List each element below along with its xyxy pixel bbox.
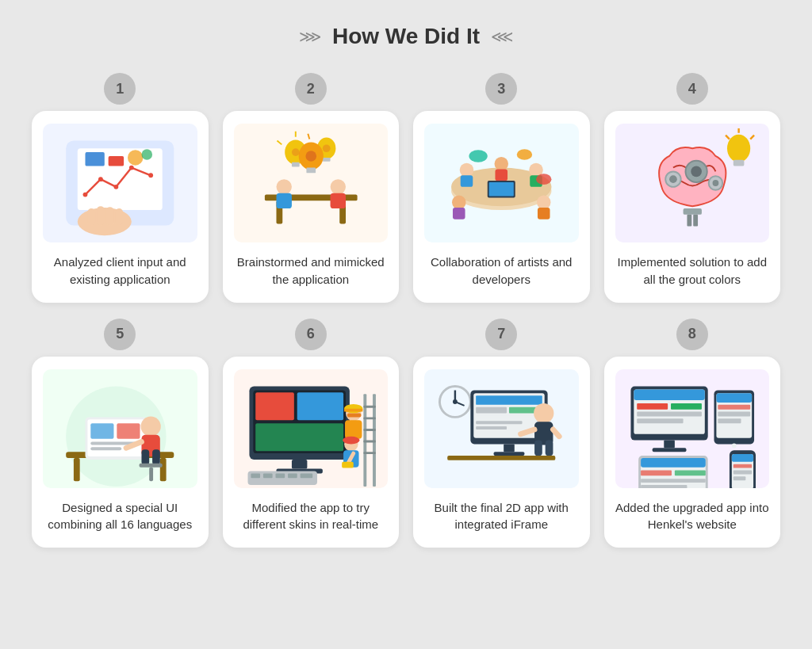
step-number-2: 2 [295, 73, 327, 105]
svg-rect-63 [733, 160, 744, 166]
svg-rect-150 [641, 470, 672, 475]
svg-rect-26 [330, 193, 345, 208]
step-label-7: Built the final 2D app with integrated i… [424, 499, 579, 534]
svg-rect-73 [160, 457, 167, 480]
svg-rect-11 [85, 152, 104, 166]
svg-point-54 [517, 149, 532, 160]
page: ⋙ How We Did It ⋘ 1 Analyzed client inpu… [0, 0, 812, 579]
svg-rect-68 [687, 215, 691, 227]
svg-rect-126 [476, 415, 542, 418]
svg-rect-164 [731, 454, 753, 462]
svg-point-103 [344, 403, 362, 413]
svg-point-55 [536, 174, 551, 185]
step-number-4: 4 [676, 73, 708, 105]
svg-rect-83 [152, 449, 160, 464]
svg-point-62 [727, 135, 750, 162]
svg-rect-167 [733, 476, 745, 480]
svg-point-131 [534, 403, 553, 422]
step-number-6: 6 [295, 319, 327, 350]
svg-rect-166 [733, 470, 751, 474]
svg-point-14 [141, 149, 152, 160]
step-wrapper-4: 4 Implemented solution to add all the gr… [604, 73, 781, 303]
step-illustration-7 [424, 369, 579, 488]
svg-rect-107 [363, 405, 376, 407]
svg-point-38 [305, 151, 316, 162]
svg-rect-141 [637, 403, 668, 409]
svg-rect-145 [664, 440, 675, 448]
svg-rect-48 [453, 208, 465, 220]
svg-point-47 [452, 196, 466, 210]
step-wrapper-7: 7 Built the final 2D app with integrated… [413, 319, 590, 548]
svg-rect-101 [345, 420, 362, 438]
svg-rect-157 [716, 393, 752, 403]
svg-rect-79 [90, 447, 121, 450]
svg-rect-111 [363, 452, 376, 454]
svg-rect-159 [718, 411, 750, 416]
step-illustration-1 [43, 124, 197, 242]
step-number-3: 3 [485, 73, 517, 105]
svg-rect-12 [109, 156, 124, 166]
step-wrapper-5: 5 Designed a special UI combining all 16… [32, 319, 209, 548]
svg-rect-130 [494, 452, 525, 456]
step-wrapper-3: 3 Collaboration of artists and developer… [413, 73, 590, 303]
svg-rect-16 [87, 208, 95, 225]
svg-rect-86 [149, 467, 153, 481]
svg-point-9 [129, 166, 134, 170]
svg-rect-165 [733, 464, 751, 468]
svg-rect-109 [363, 429, 376, 431]
svg-rect-89 [291, 459, 306, 468]
svg-rect-104 [344, 408, 362, 411]
svg-rect-99 [300, 473, 312, 478]
step-wrapper-2: 2 Brainstormed and mimicked the applicat… [223, 73, 400, 303]
svg-rect-32 [306, 168, 316, 174]
svg-rect-91 [255, 392, 294, 420]
svg-point-7 [98, 177, 103, 181]
svg-line-65 [750, 136, 754, 139]
svg-rect-133 [534, 440, 542, 455]
svg-rect-128 [476, 426, 507, 429]
step-number-8: 8 [676, 319, 708, 350]
svg-rect-72 [74, 457, 80, 480]
svg-point-114 [343, 436, 359, 444]
step-card-7: Built the final 2D app with integrated i… [413, 357, 590, 548]
svg-rect-97 [275, 473, 285, 478]
deco-right-icon: ⋘ [491, 27, 513, 46]
svg-rect-82 [141, 449, 149, 464]
svg-rect-52 [489, 182, 514, 197]
svg-rect-108 [363, 417, 376, 419]
svg-rect-158 [718, 404, 750, 409]
svg-rect-146 [652, 448, 686, 452]
svg-point-80 [141, 416, 161, 436]
svg-rect-17 [97, 206, 105, 225]
svg-rect-77 [117, 423, 140, 438]
steps-grid: 1 Analyzed client input and existing app… [32, 73, 780, 548]
svg-point-161 [731, 443, 736, 448]
svg-rect-92 [297, 392, 343, 420]
svg-point-6 [83, 193, 88, 197]
svg-point-53 [469, 150, 487, 162]
svg-point-23 [276, 179, 291, 194]
svg-rect-143 [637, 411, 702, 416]
step-wrapper-8: 8 Added the upgraded ap [604, 319, 781, 548]
svg-point-25 [330, 179, 345, 194]
svg-rect-110 [363, 440, 376, 442]
svg-rect-30 [322, 158, 330, 162]
step-label-5: Designed a special UI combining all 16 l… [43, 499, 197, 534]
svg-point-43 [494, 157, 508, 171]
svg-point-41 [460, 163, 474, 178]
svg-point-36 [291, 148, 299, 156]
svg-rect-149 [641, 457, 706, 467]
svg-rect-24 [276, 193, 291, 208]
step-illustration-6 [234, 369, 389, 488]
svg-rect-96 [262, 473, 272, 478]
step-card-8: Added the upgraded app into Henkel's web… [604, 357, 781, 548]
svg-point-49 [537, 196, 551, 210]
step-number-1: 1 [104, 73, 136, 105]
step-label-6: Modified the app to try different skins … [234, 499, 389, 534]
step-card-4: Implemented solution to add all the grou… [604, 111, 781, 303]
svg-line-136 [553, 429, 559, 436]
svg-rect-127 [476, 421, 522, 424]
svg-rect-50 [538, 208, 550, 220]
svg-rect-67 [683, 208, 701, 215]
svg-line-120 [455, 401, 465, 405]
